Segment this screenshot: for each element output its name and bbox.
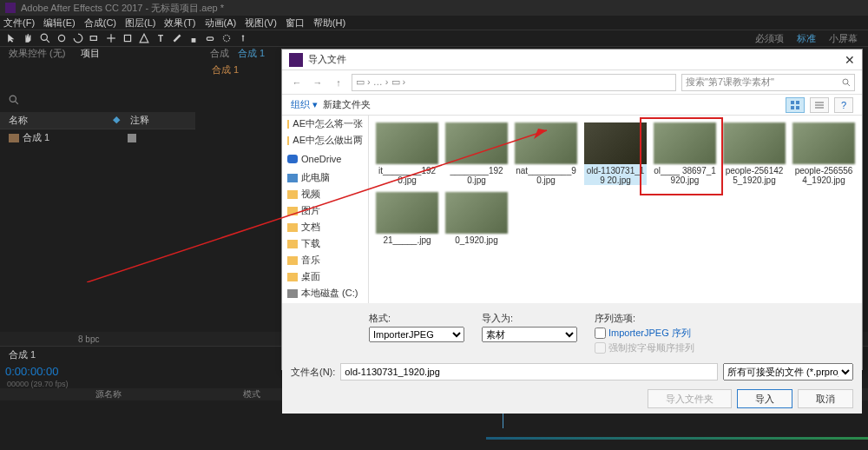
work-area[interactable] [486, 437, 868, 440]
sidebar-item-docs[interactable]: 文档 [282, 219, 368, 235]
menu-help[interactable]: 帮助(H) [313, 17, 345, 30]
help-button[interactable]: ? [834, 97, 853, 113]
file-thumbnail [654, 122, 716, 164]
menu-layer[interactable]: 图层(L) [125, 17, 155, 30]
sidebar-item-drive-d[interactable]: 本地磁盘 (D:) [282, 301, 368, 303]
eraser-tool-icon[interactable] [203, 31, 217, 45]
text-tool-icon[interactable]: T [154, 31, 168, 45]
ws-standard[interactable]: 标准 [797, 32, 816, 45]
sidebar-item-onedrive[interactable]: OneDrive [282, 152, 368, 166]
nav-back-icon[interactable]: ← [289, 75, 305, 90]
close-button[interactable]: ✕ [845, 53, 855, 67]
sidebar-label: 本地磁盘 (C:) [301, 287, 358, 300]
col-type-icon: ◆ [113, 114, 120, 127]
orbit-tool-icon[interactable] [55, 31, 69, 45]
path-bar[interactable]: ▭ › … › ▭ › [352, 74, 676, 91]
tab-comp[interactable]: 合成 [210, 47, 229, 60]
menu-anim[interactable]: 动画(A) [205, 17, 237, 30]
sidebar-item-folder1[interactable]: AE中怎么将一张 [282, 116, 368, 132]
zoom-tool-icon[interactable] [38, 31, 52, 45]
sidebar-item-thispc[interactable]: 此电脑 [282, 169, 368, 186]
nav-up-icon[interactable]: ↑ [331, 75, 346, 90]
import-as-select[interactable]: 素材 [482, 327, 577, 342]
organize-button[interactable]: 组织 ▾ [291, 98, 318, 111]
timeline-tab-comp1[interactable]: 合成 1 [9, 348, 36, 361]
force-checkbox [595, 342, 606, 354]
file-thumbnail [376, 122, 438, 164]
view-list-button[interactable] [810, 97, 829, 113]
menu-file[interactable]: 文件(F) [3, 17, 35, 30]
stamp-tool-icon[interactable] [187, 31, 201, 45]
col-mode[interactable]: 模式 [243, 388, 260, 400]
sidebar-item-music[interactable]: 音乐 [282, 252, 368, 268]
file-item[interactable]: 0_1920.jpg [445, 192, 508, 245]
filetype-select[interactable]: 所有可接受的文件 (*.prproj*.c [723, 363, 853, 381]
sidebar-label: 视频 [301, 188, 320, 201]
file-item[interactable]: people-256556 4_1920.jpg [792, 122, 855, 185]
file-item[interactable]: ________192 0.jpg [445, 122, 508, 185]
dialog-icon [289, 53, 303, 67]
cancel-button[interactable]: 取消 [798, 389, 853, 408]
import-folder-button[interactable]: 导入文件夹 [648, 389, 732, 408]
seq-options-label: 序列选项: [595, 312, 694, 325]
menu-comp[interactable]: 合成(C) [84, 17, 116, 30]
shape-tool-icon[interactable] [121, 31, 135, 45]
ws-small[interactable]: 小屏幕 [829, 32, 858, 45]
rotation-tool-icon[interactable] [71, 31, 85, 45]
tab-effects-controls[interactable]: 效果控件 (无) [9, 47, 65, 60]
anchor-tool-icon[interactable] [104, 31, 118, 45]
format-select[interactable]: ImporterJPEG [369, 327, 464, 342]
dialog-buttons: 导入文件夹 导入 取消 [291, 386, 853, 408]
file-item[interactable]: people-256142 5_1920.jpg [723, 122, 786, 185]
seq-checkbox-row[interactable]: ImporterJPEG 序列 [595, 327, 694, 340]
menu-view[interactable]: 视图(V) [245, 17, 277, 30]
svg-rect-8 [207, 37, 213, 41]
nav-forward-icon[interactable]: → [310, 75, 326, 90]
menu-window[interactable]: 窗口 [286, 17, 305, 30]
pen-tool-icon[interactable] [137, 31, 151, 45]
selection-tool-icon[interactable] [5, 31, 19, 45]
import-button[interactable]: 导入 [737, 389, 792, 408]
menu-edit[interactable]: 编辑(E) [43, 17, 76, 30]
ws-essentials[interactable]: 必须项 [755, 32, 784, 45]
file-item-selected[interactable]: old-1130731_19 20.jpg [584, 122, 647, 185]
hand-tool-icon[interactable] [22, 31, 36, 45]
app-icon [5, 3, 16, 13]
svg-line-1 [46, 39, 49, 43]
comp-breadcrumb[interactable]: 合成 1 [201, 60, 279, 80]
sidebar-label: 文档 [301, 221, 320, 234]
sidebar-item-downloads[interactable]: 下载 [282, 235, 368, 252]
tab-comp-name[interactable]: 合成 1 [238, 47, 265, 60]
newfolder-button[interactable]: 新建文件夹 [323, 98, 371, 111]
file-item[interactable]: nat_________9 0.jpg [515, 122, 577, 185]
menu-effect[interactable]: 效果(T) [164, 17, 195, 30]
roto-tool-icon[interactable] [220, 31, 233, 45]
sidebar-item-videos[interactable]: 视频 [282, 186, 368, 202]
sidebar-item-folder2[interactable]: AE中怎么做出两 [282, 132, 368, 149]
sidebar-item-drive-c[interactable]: 本地磁盘 (C:) [282, 285, 368, 301]
svg-rect-20 [791, 106, 794, 109]
col-name[interactable]: 名称 [9, 114, 113, 127]
sidebar-item-pictures[interactable]: 图片 [282, 202, 368, 219]
svg-line-13 [15, 101, 18, 104]
item-swatch [128, 134, 136, 142]
camera-tool-icon[interactable] [88, 31, 102, 45]
seq-checkbox[interactable] [595, 328, 606, 339]
sidebar-item-desktop[interactable]: 桌面 [282, 268, 368, 285]
svg-point-10 [242, 35, 244, 36]
tab-project[interactable]: 项目 [81, 47, 100, 60]
file-item[interactable]: it________192 0.jpg [376, 122, 438, 185]
col-source[interactable]: 源名称 [95, 388, 122, 400]
puppet-tool-icon[interactable] [236, 31, 250, 45]
filename-input[interactable] [340, 363, 718, 381]
project-item-comp1[interactable]: 合成 1 [0, 129, 195, 146]
file-thumbnail [376, 192, 438, 234]
bpc-indicator[interactable]: 8 bpc [78, 334, 99, 344]
brush-tool-icon[interactable] [170, 31, 184, 45]
view-thumbnails-button[interactable] [786, 97, 805, 113]
file-item[interactable]: 21_____.jpg [376, 192, 438, 245]
project-search[interactable] [9, 95, 187, 105]
dialog-search[interactable]: 搜索"第7课教学素材" [681, 74, 855, 91]
file-item[interactable]: ol____ 38697_1920.jpg [654, 122, 716, 185]
col-comment[interactable]: 注释 [130, 114, 149, 127]
